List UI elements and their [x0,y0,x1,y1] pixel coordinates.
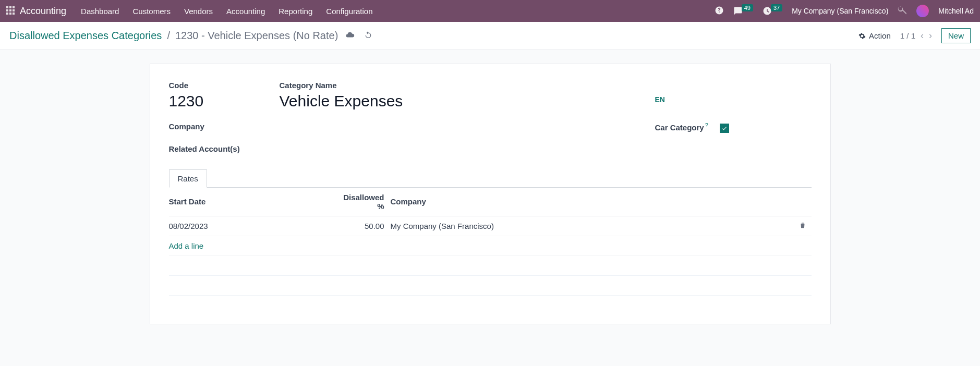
support-icon[interactable] [715,6,724,17]
svg-rect-6 [6,13,8,15]
new-button[interactable]: New [941,28,971,43]
breadcrumb: Disallowed Expenses Categories / 1230 - … [9,30,338,42]
help-icon[interactable]: ? [705,122,708,128]
cloud-unsaved-icon[interactable] [345,30,355,41]
svg-rect-7 [9,13,11,15]
menu-customers[interactable]: Customers [132,7,171,16]
cell-company: My Company (San Francisco) [391,216,791,236]
debug-icon[interactable] [898,6,907,17]
svg-rect-1 [9,6,11,8]
add-line-row[interactable]: Add a line [169,236,812,255]
menu-vendors[interactable]: Vendors [184,7,213,16]
code-value[interactable]: 1230 [169,92,280,111]
col-start-date: Start Date [169,188,341,216]
topbar: Accounting Dashboard Customers Vendors A… [0,0,980,22]
code-label: Code [169,81,280,90]
menu-accounting[interactable]: Accounting [226,7,265,16]
category-name-field: Category Name Vehicle Expenses [280,81,655,111]
category-name-value[interactable]: Vehicle Expenses [280,92,655,111]
pager-prev[interactable]: ‹ [921,30,924,41]
svg-rect-5 [13,9,15,11]
gear-icon [858,32,866,40]
code-field: Code 1230 [169,81,280,111]
car-category-field: Car Category? [655,122,812,133]
menu-reporting[interactable]: Reporting [279,7,312,16]
pager-next[interactable]: › [929,30,932,41]
messages-badge: 49 [742,4,753,11]
app-name[interactable]: Accounting [20,6,66,17]
topbar-right: 49 37 My Company (San Francisco) Mitchel… [715,5,974,17]
car-category-label: Car Category [655,123,704,132]
company-label: Company [169,122,280,131]
action-button[interactable]: Action [858,31,891,40]
car-category-checkbox[interactable] [720,124,729,133]
apps-icon[interactable] [6,6,15,16]
delete-row-icon[interactable] [799,222,806,230]
controlbar: Disallowed Expenses Categories / 1230 - … [0,22,980,50]
svg-rect-4 [9,9,11,11]
menu-dashboard[interactable]: Dashboard [81,7,119,16]
main-menu: Dashboard Customers Vendors Accounting R… [81,7,372,16]
breadcrumb-separator: / [167,30,170,42]
col-disallowed-pct: Disallowed % [341,188,391,216]
company-selector[interactable]: My Company (San Francisco) [792,7,888,15]
menu-configuration[interactable]: Configuration [326,7,372,16]
check-icon [721,125,728,131]
tab-rates[interactable]: Rates [169,169,207,188]
pager: 1 / 1 ‹ › [900,30,932,41]
activities-badge: 37 [771,4,782,11]
tabs: Rates Start Date Disallowed % Company 08… [169,169,812,296]
related-accounts-label: Related Account(s) [169,144,280,153]
breadcrumb-current: 1230 - Vehicle Expenses (No Rate) [175,30,338,42]
discard-icon[interactable] [364,31,372,41]
cell-disallowed-pct: 50.00 [341,216,391,236]
svg-rect-0 [6,6,8,8]
language-selector[interactable]: EN [655,95,812,104]
messages-button[interactable]: 49 [733,6,753,16]
avatar[interactable] [916,5,929,17]
cell-start-date: 08/02/2023 [169,216,341,236]
pager-text: 1 / 1 [900,31,915,40]
svg-rect-3 [6,9,8,11]
rates-table: Start Date Disallowed % Company 08/02/20… [169,188,812,296]
svg-rect-8 [13,13,15,15]
activities-button[interactable]: 37 [763,6,782,16]
add-line-link[interactable]: Add a line [169,241,204,250]
breadcrumb-root[interactable]: Disallowed Expenses Categories [9,30,162,42]
col-company: Company [391,188,791,216]
svg-rect-2 [13,6,15,8]
action-label: Action [869,31,891,40]
table-row[interactable]: 08/02/2023 50.00 My Company (San Francis… [169,216,812,236]
form-sheet: Code 1230 Category Name Vehicle Expenses… [150,64,831,324]
category-name-label: Category Name [280,81,655,90]
user-name[interactable]: Mitchell Ad [938,7,974,15]
